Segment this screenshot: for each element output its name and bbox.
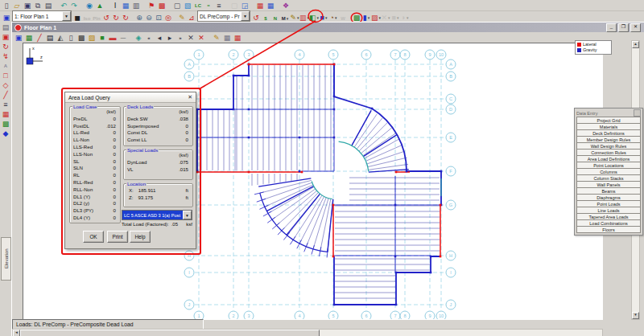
rotate-right-icon[interactable]: ↻ bbox=[111, 14, 121, 23]
redraw-pencil-icon[interactable]: ✎ bbox=[177, 14, 187, 23]
svg-text:C: C bbox=[449, 96, 452, 101]
load-case-combo[interactable]: DL PreComp - Pr ▼ bbox=[197, 10, 250, 22]
refresh-icon[interactable]: ↺ bbox=[251, 14, 261, 23]
white-table-icon[interactable]: ▦ bbox=[222, 33, 232, 42]
dialog-close-icon[interactable]: ✕ bbox=[188, 94, 192, 100]
first-story-icon[interactable]: « bbox=[144, 33, 154, 42]
dark-grid-icon[interactable]: ▩ bbox=[76, 33, 86, 42]
field-row: LL-Non0 bbox=[70, 137, 120, 144]
minimize-button[interactable]: _ bbox=[606, 23, 617, 32]
svg-text:H: H bbox=[188, 253, 191, 258]
load-combination-combo[interactable]: LC 5 ASCE ASD 3 1(a) Post ▼ bbox=[122, 210, 192, 220]
delete-icon[interactable]: ✕ bbox=[186, 33, 196, 42]
print-preview-icon[interactable]: ◲ bbox=[240, 1, 250, 10]
chevron-down-icon[interactable]: ▼ bbox=[62, 11, 71, 21]
grid-generate-icon[interactable]: ▦ bbox=[24, 33, 34, 42]
rotate-red-icon[interactable]: ↻ bbox=[0, 42, 11, 51]
blue-square-dd-icon[interactable]: ■▾ bbox=[319, 14, 328, 23]
deck-icon[interactable]: ■ bbox=[97, 33, 107, 42]
scrollbar-thumb[interactable] bbox=[20, 330, 320, 336]
red-line-icon[interactable]: ╱ bbox=[0, 90, 11, 99]
area-load-query-icon[interactable]: ▩ bbox=[352, 14, 361, 23]
floor-plan-combo-value: 1: Floor Plan 1 bbox=[14, 14, 48, 19]
scroll-up-icon[interactable]: ▲ bbox=[632, 41, 639, 48]
redgreen-dd-icon[interactable]: ▨▾ bbox=[371, 14, 381, 23]
fence-icon[interactable]: ▤ bbox=[0, 23, 11, 31]
red-grid-tool-icon[interactable]: ▦ bbox=[0, 109, 11, 118]
column-bar-dd-icon[interactable]: ▮▾ bbox=[361, 14, 371, 23]
frame-icon[interactable]: A bbox=[0, 61, 11, 70]
prev-story-icon[interactable]: ◂ bbox=[155, 33, 164, 42]
ok-button[interactable]: OK bbox=[83, 231, 104, 243]
equals-icon[interactable]: = bbox=[204, 1, 213, 10]
clock-dd-icon[interactable]: ◔▾ bbox=[328, 14, 338, 23]
zoom-window-icon[interactable]: ⊡ bbox=[154, 14, 163, 23]
zoom-out-icon[interactable]: ⊖ bbox=[144, 14, 154, 23]
deck-loads-group: Deck Loads (ksf)Deck SW.038Superimposed0… bbox=[123, 106, 193, 146]
help-button[interactable]: Help bbox=[130, 231, 151, 243]
print-button[interactable]: Print bbox=[107, 231, 128, 243]
zoom-in-icon[interactable]: ⊕ bbox=[134, 14, 144, 23]
open-icon[interactable]: ▱ bbox=[12, 1, 22, 10]
save-icon[interactable]: ▣ bbox=[23, 1, 32, 10]
field-row: RLL-Red0 bbox=[70, 179, 120, 186]
panel-close-icon[interactable] bbox=[634, 109, 641, 117]
field-row: RL0 bbox=[70, 172, 120, 179]
data-entry-floors[interactable]: Floors bbox=[576, 226, 641, 233]
pen-dd-icon[interactable]: ✎▾ bbox=[290, 14, 299, 23]
red-grid-icon[interactable]: ▦ bbox=[233, 33, 242, 42]
svg-text:5: 5 bbox=[332, 313, 334, 318]
red-box-icon[interactable]: ▣ bbox=[0, 32, 11, 41]
next-story-icon[interactable]: ▸ bbox=[165, 33, 175, 42]
restore-button[interactable]: ❐ bbox=[618, 23, 629, 32]
close-button[interactable]: ✕ bbox=[630, 23, 641, 32]
edit-pencil-icon[interactable]: ✎ bbox=[212, 33, 221, 42]
hatch-grid-icon[interactable]: ▨ bbox=[87, 33, 97, 42]
gray-square-dd-icon: ■▾ bbox=[390, 14, 400, 23]
elevation-tab[interactable]: Elevation bbox=[1, 237, 11, 281]
select-icon[interactable]: ▣ bbox=[14, 33, 23, 42]
window-view-icon[interactable]: ▣ bbox=[2, 14, 11, 23]
chevron-down-icon[interactable]: ▼ bbox=[241, 11, 250, 21]
rotate-left-icon[interactable]: ↺ bbox=[101, 14, 111, 23]
legend-swatch bbox=[577, 43, 581, 47]
list-tool-icon[interactable]: ≡ bbox=[0, 100, 11, 109]
wall-icon[interactable]: ▬ bbox=[108, 33, 118, 42]
snap-icon[interactable]: ◭ bbox=[56, 33, 65, 42]
svg-text:1: 1 bbox=[197, 52, 200, 57]
zoom-target-icon[interactable]: ◎ bbox=[163, 14, 173, 23]
print-icon[interactable]: ▤ bbox=[43, 1, 53, 10]
draw-beam-icon[interactable]: ╱ bbox=[35, 33, 44, 42]
field-row: SL0 bbox=[70, 158, 120, 166]
floor-plan-combo[interactable]: 1: Floor Plan 1 ▼ bbox=[12, 10, 72, 22]
last-story-icon[interactable]: » bbox=[175, 33, 185, 42]
copy-layout-icon[interactable]: ▯ bbox=[66, 33, 76, 42]
copy-icon[interactable]: ⧉ bbox=[33, 1, 43, 10]
view-3d-icon[interactable]: ◼ bbox=[72, 14, 82, 23]
layout-grid-icon[interactable]: ▤ bbox=[45, 33, 55, 42]
red-polygon-icon[interactable]: ◇ bbox=[0, 80, 11, 89]
svg-text:H: H bbox=[449, 253, 452, 258]
list-icon[interactable]: ≡ bbox=[214, 1, 224, 10]
red-rect-icon[interactable]: □ bbox=[0, 71, 11, 80]
polyline-icon[interactable]: ↯ bbox=[0, 51, 11, 60]
chevron-down-icon[interactable]: ▼ bbox=[183, 211, 192, 219]
blue-tool-icon[interactable]: ◆ bbox=[0, 129, 11, 137]
green-fill-dd-icon[interactable]: ◧▾ bbox=[309, 14, 319, 23]
dialog-title-bar: Area Load Query ✕ bbox=[65, 92, 196, 103]
help-mode-icon[interactable]: ◈ bbox=[134, 33, 143, 42]
scroll-down-icon[interactable]: ▼ bbox=[632, 312, 639, 319]
svg-text:4: 4 bbox=[298, 52, 300, 57]
loads-diagram-icon[interactable]: ⊿ bbox=[187, 14, 196, 23]
red-square-dd-icon[interactable]: ▥▾ bbox=[299, 14, 309, 23]
scroll-left-icon[interactable]: ◄ bbox=[13, 330, 20, 336]
dash-icon[interactable]: ─ bbox=[118, 33, 128, 42]
green-grid-tool-icon[interactable]: ▩ bbox=[0, 119, 11, 128]
field-row: Deck SW.038 bbox=[124, 116, 192, 123]
svg-text:6: 6 bbox=[365, 52, 367, 57]
delete-red-icon[interactable]: ✕ bbox=[196, 33, 206, 42]
rotate-view-icon[interactable]: ↻ bbox=[121, 14, 130, 23]
horizontal-scrollbar[interactable]: ◄ bbox=[12, 329, 603, 336]
undo-icon[interactable]: ↶ bbox=[59, 1, 68, 10]
svg-text:7: 7 bbox=[394, 313, 396, 318]
